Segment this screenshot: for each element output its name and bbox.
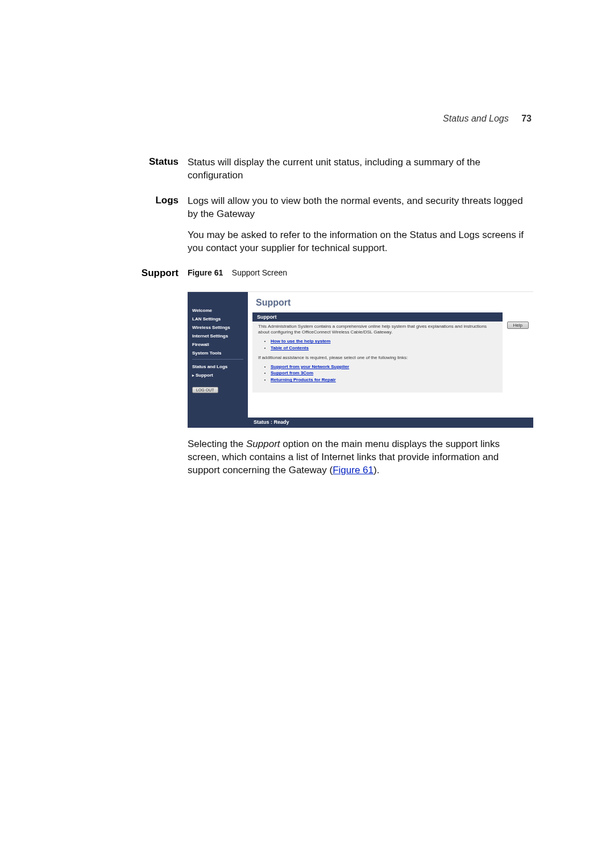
figure-61-link[interactable]: Figure 61 bbox=[333, 465, 374, 475]
nav-lan-settings[interactable]: LAN Settings bbox=[192, 316, 243, 322]
help-links-list: How to use the help system Table of Cont… bbox=[271, 339, 497, 352]
logs-text-2: You may be asked to refer to the informa… bbox=[188, 229, 533, 255]
support-label: Support bbox=[141, 268, 188, 279]
support-description-row: Selecting the Support option on the main… bbox=[141, 438, 533, 477]
support-panel: Support This Administration System conta… bbox=[248, 312, 533, 393]
link-network-supplier[interactable]: Support from your Network Supplier bbox=[271, 364, 349, 369]
panel-body: This Administration System contains a co… bbox=[252, 322, 503, 393]
nav-firewall[interactable]: Firewall bbox=[192, 342, 243, 347]
status-label: Status bbox=[141, 156, 188, 182]
screenshot-title: Support bbox=[248, 292, 533, 312]
nav-status-and-logs[interactable]: Status and Logs bbox=[192, 364, 243, 369]
link-3com[interactable]: Support from 3Com bbox=[271, 370, 313, 375]
section-status: Status Status will display the current u… bbox=[141, 156, 533, 182]
support-screen: Welcome LAN Settings Wireless Settings I… bbox=[188, 291, 533, 428]
statusbar: Status : Ready bbox=[248, 418, 533, 428]
figure-title: Support Screen bbox=[232, 268, 287, 277]
link-returning-products[interactable]: Returning Products for Repair bbox=[271, 377, 336, 382]
screenshot-sidebar: Welcome LAN Settings Wireless Settings I… bbox=[188, 292, 248, 418]
logout-button[interactable]: LOG OUT bbox=[192, 387, 218, 393]
nav-welcome[interactable]: Welcome bbox=[192, 308, 243, 313]
support-description: Selecting the Support option on the main… bbox=[188, 438, 533, 477]
figure-caption: Figure 61 Support Screen bbox=[188, 268, 533, 278]
support-links-list: Support from your Network Supplier Suppo… bbox=[271, 364, 497, 383]
section-support: Support Figure 61 Support Screen bbox=[141, 268, 533, 279]
help-button[interactable]: Help bbox=[507, 322, 529, 329]
nav-system-tools[interactable]: System Tools bbox=[192, 350, 243, 356]
figure-61-screenshot: Welcome LAN Settings Wireless Settings I… bbox=[188, 291, 533, 428]
running-title: Status and Logs bbox=[443, 114, 509, 123]
logs-text-1: Logs will allow you to view both the nor… bbox=[188, 195, 533, 221]
page-number: 73 bbox=[521, 114, 532, 123]
status-text: Status will display the current unit sta… bbox=[188, 156, 533, 182]
screenshot-main: Support Support This Administration Syst… bbox=[248, 292, 533, 418]
running-header: Status and Logs 73 bbox=[443, 114, 532, 124]
link-table-of-contents[interactable]: Table of Contents bbox=[271, 345, 309, 350]
link-how-to-use-help[interactable]: How to use the help system bbox=[271, 339, 330, 344]
nav-support[interactable]: Support bbox=[192, 373, 243, 378]
section-logs: Logs Logs will allow you to view both th… bbox=[141, 195, 533, 255]
nav-divider bbox=[192, 359, 243, 360]
sidebar-bottom-strip bbox=[188, 418, 248, 428]
panel-header: Support bbox=[252, 312, 503, 322]
panel-intro: This Administration System contains a co… bbox=[258, 324, 497, 336]
support-word-italic: Support bbox=[246, 439, 280, 449]
nav-wireless-settings[interactable]: Wireless Settings bbox=[192, 325, 243, 330]
figure-label: Figure 61 bbox=[188, 268, 223, 277]
nav-internet-settings[interactable]: Internet Settings bbox=[192, 333, 243, 339]
logs-label: Logs bbox=[141, 195, 188, 255]
panel-mid: If additional assistance is required, pl… bbox=[258, 355, 497, 361]
